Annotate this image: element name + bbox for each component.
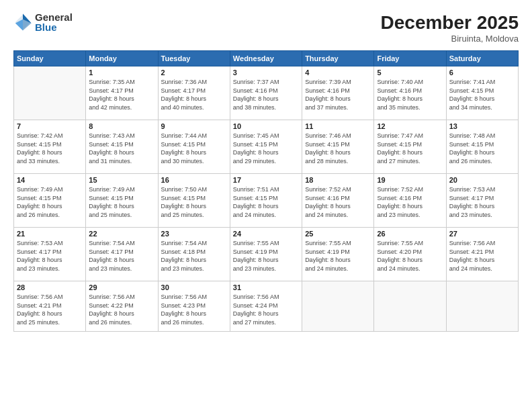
header-sunday: Sunday xyxy=(14,51,86,66)
table-row: 22Sunrise: 7:54 AM Sunset: 4:17 PM Dayli… xyxy=(86,228,158,281)
day-number: 3 xyxy=(233,68,299,77)
day-number: 9 xyxy=(161,122,227,130)
day-number: 13 xyxy=(449,122,515,130)
day-info: Sunrise: 7:55 AM Sunset: 4:19 PM Dayligh… xyxy=(233,239,299,273)
day-info: Sunrise: 7:49 AM Sunset: 4:15 PM Dayligh… xyxy=(89,185,154,219)
day-info: Sunrise: 7:43 AM Sunset: 4:15 PM Dayligh… xyxy=(89,132,154,165)
day-number: 22 xyxy=(89,230,154,238)
day-info: Sunrise: 7:53 AM Sunset: 4:17 PM Dayligh… xyxy=(449,185,515,219)
header-monday: Monday xyxy=(86,51,158,66)
day-info: Sunrise: 7:48 AM Sunset: 4:15 PM Dayligh… xyxy=(449,132,515,165)
table-row: 21Sunrise: 7:53 AM Sunset: 4:17 PM Dayli… xyxy=(14,228,86,281)
calendar-week-row: 1Sunrise: 7:35 AM Sunset: 4:17 PM Daylig… xyxy=(14,66,519,120)
table-row: 25Sunrise: 7:55 AM Sunset: 4:19 PM Dayli… xyxy=(302,228,374,281)
day-number: 23 xyxy=(161,230,227,238)
header: General Blue December 2025 Biruinta, Mol… xyxy=(13,12,519,44)
table-row: 23Sunrise: 7:54 AM Sunset: 4:18 PM Dayli… xyxy=(158,228,230,281)
table-row: 17Sunrise: 7:51 AM Sunset: 4:15 PM Dayli… xyxy=(230,174,302,228)
page: General Blue December 2025 Biruinta, Mol… xyxy=(0,0,532,411)
day-number: 14 xyxy=(17,176,83,184)
table-row: 10Sunrise: 7:45 AM Sunset: 4:15 PM Dayli… xyxy=(230,120,302,174)
table-row: 31Sunrise: 7:56 AM Sunset: 4:24 PM Dayli… xyxy=(230,281,302,332)
table-row xyxy=(374,281,446,332)
day-number: 17 xyxy=(233,176,299,184)
day-number: 19 xyxy=(377,176,443,184)
table-row: 19Sunrise: 7:52 AM Sunset: 4:16 PM Dayli… xyxy=(374,174,446,228)
table-row: 16Sunrise: 7:50 AM Sunset: 4:15 PM Dayli… xyxy=(158,174,230,228)
table-row xyxy=(14,66,86,120)
day-info: Sunrise: 7:46 AM Sunset: 4:15 PM Dayligh… xyxy=(305,132,371,165)
day-info: Sunrise: 7:49 AM Sunset: 4:15 PM Dayligh… xyxy=(17,185,83,219)
header-wednesday: Wednesday xyxy=(230,51,302,66)
header-tuesday: Tuesday xyxy=(158,51,230,66)
logo: General Blue xyxy=(13,12,73,32)
header-saturday: Saturday xyxy=(446,51,518,66)
day-info: Sunrise: 7:39 AM Sunset: 4:16 PM Dayligh… xyxy=(305,78,371,111)
table-row: 6Sunrise: 7:41 AM Sunset: 4:15 PM Daylig… xyxy=(446,66,518,120)
day-number: 26 xyxy=(377,230,443,238)
table-row: 9Sunrise: 7:44 AM Sunset: 4:15 PM Daylig… xyxy=(158,120,230,174)
table-row: 4Sunrise: 7:39 AM Sunset: 4:16 PM Daylig… xyxy=(302,66,374,120)
day-info: Sunrise: 7:51 AM Sunset: 4:15 PM Dayligh… xyxy=(233,185,299,219)
table-row: 3Sunrise: 7:37 AM Sunset: 4:16 PM Daylig… xyxy=(230,66,302,120)
table-row: 18Sunrise: 7:52 AM Sunset: 4:16 PM Dayli… xyxy=(302,174,374,228)
day-info: Sunrise: 7:55 AM Sunset: 4:20 PM Dayligh… xyxy=(377,239,443,273)
day-info: Sunrise: 7:45 AM Sunset: 4:15 PM Dayligh… xyxy=(233,132,299,165)
day-info: Sunrise: 7:56 AM Sunset: 4:23 PM Dayligh… xyxy=(161,293,227,326)
table-row: 14Sunrise: 7:49 AM Sunset: 4:15 PM Dayli… xyxy=(14,174,86,228)
day-number: 20 xyxy=(449,176,515,184)
table-row: 8Sunrise: 7:43 AM Sunset: 4:15 PM Daylig… xyxy=(86,120,158,174)
day-info: Sunrise: 7:44 AM Sunset: 4:15 PM Dayligh… xyxy=(161,132,227,165)
table-row: 12Sunrise: 7:47 AM Sunset: 4:15 PM Dayli… xyxy=(374,120,446,174)
day-number: 30 xyxy=(161,283,227,291)
day-info: Sunrise: 7:41 AM Sunset: 4:15 PM Dayligh… xyxy=(449,78,515,111)
day-info: Sunrise: 7:42 AM Sunset: 4:15 PM Dayligh… xyxy=(17,132,83,165)
day-info: Sunrise: 7:56 AM Sunset: 4:21 PM Dayligh… xyxy=(449,239,515,273)
day-number: 1 xyxy=(89,68,154,77)
day-info: Sunrise: 7:37 AM Sunset: 4:16 PM Dayligh… xyxy=(233,78,299,111)
table-row: 15Sunrise: 7:49 AM Sunset: 4:15 PM Dayli… xyxy=(86,174,158,228)
logo-text: General Blue xyxy=(35,12,73,32)
table-row: 27Sunrise: 7:56 AM Sunset: 4:21 PM Dayli… xyxy=(446,228,518,281)
table-row: 30Sunrise: 7:56 AM Sunset: 4:23 PM Dayli… xyxy=(158,281,230,332)
table-row: 13Sunrise: 7:48 AM Sunset: 4:15 PM Dayli… xyxy=(446,120,518,174)
day-info: Sunrise: 7:56 AM Sunset: 4:22 PM Dayligh… xyxy=(89,293,154,326)
day-info: Sunrise: 7:35 AM Sunset: 4:17 PM Dayligh… xyxy=(89,78,154,111)
day-number: 2 xyxy=(161,68,227,77)
day-number: 10 xyxy=(233,122,299,130)
day-number: 7 xyxy=(17,122,83,130)
logo-general: General xyxy=(35,12,73,22)
calendar-week-row: 7Sunrise: 7:42 AM Sunset: 4:15 PM Daylig… xyxy=(14,120,519,174)
header-friday: Friday xyxy=(374,51,446,66)
calendar-week-row: 21Sunrise: 7:53 AM Sunset: 4:17 PM Dayli… xyxy=(14,228,519,281)
day-number: 15 xyxy=(89,176,154,184)
logo-icon xyxy=(13,13,32,32)
day-info: Sunrise: 7:54 AM Sunset: 4:17 PM Dayligh… xyxy=(89,239,154,273)
table-row: 29Sunrise: 7:56 AM Sunset: 4:22 PM Dayli… xyxy=(86,281,158,332)
calendar-week-row: 28Sunrise: 7:56 AM Sunset: 4:21 PM Dayli… xyxy=(14,281,519,332)
day-number: 12 xyxy=(377,122,443,130)
day-info: Sunrise: 7:55 AM Sunset: 4:19 PM Dayligh… xyxy=(305,239,371,273)
day-number: 21 xyxy=(17,230,83,238)
day-number: 4 xyxy=(305,68,371,77)
day-number: 16 xyxy=(161,176,227,184)
day-info: Sunrise: 7:50 AM Sunset: 4:15 PM Dayligh… xyxy=(161,185,227,219)
table-row: 24Sunrise: 7:55 AM Sunset: 4:19 PM Dayli… xyxy=(230,228,302,281)
day-info: Sunrise: 7:56 AM Sunset: 4:24 PM Dayligh… xyxy=(233,293,299,326)
day-number: 27 xyxy=(449,230,515,238)
header-thursday: Thursday xyxy=(302,51,374,66)
table-row: 28Sunrise: 7:56 AM Sunset: 4:21 PM Dayli… xyxy=(14,281,86,332)
day-info: Sunrise: 7:54 AM Sunset: 4:18 PM Dayligh… xyxy=(161,239,227,273)
table-row xyxy=(302,281,374,332)
day-info: Sunrise: 7:52 AM Sunset: 4:16 PM Dayligh… xyxy=(377,185,443,219)
day-number: 18 xyxy=(305,176,371,184)
location: Biruinta, Moldova xyxy=(381,34,519,44)
table-row: 2Sunrise: 7:36 AM Sunset: 4:17 PM Daylig… xyxy=(158,66,230,120)
day-number: 6 xyxy=(449,68,515,77)
day-info: Sunrise: 7:56 AM Sunset: 4:21 PM Dayligh… xyxy=(17,293,83,326)
day-number: 25 xyxy=(305,230,371,238)
title-block: December 2025 Biruinta, Moldova xyxy=(381,12,519,44)
day-info: Sunrise: 7:47 AM Sunset: 4:15 PM Dayligh… xyxy=(377,132,443,165)
calendar-header-row: Sunday Monday Tuesday Wednesday Thursday… xyxy=(14,51,519,66)
table-row: 20Sunrise: 7:53 AM Sunset: 4:17 PM Dayli… xyxy=(446,174,518,228)
